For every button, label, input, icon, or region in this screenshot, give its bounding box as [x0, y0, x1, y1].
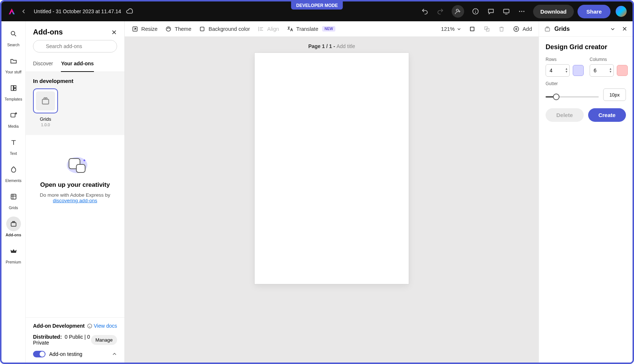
svg-point-12 — [15, 113, 17, 114]
resize-icon — [131, 25, 139, 33]
rail-label: Text — [10, 151, 17, 156]
trash-icon[interactable] — [498, 25, 505, 33]
svg-point-7 — [11, 31, 15, 35]
rail-label: Elements — [6, 178, 22, 183]
addons-title: Add-ons — [33, 28, 63, 36]
resize-button[interactable]: Resize — [131, 25, 157, 33]
more-icon[interactable] — [518, 7, 526, 15]
add-button[interactable]: Add — [513, 25, 532, 33]
svg-rect-23 — [200, 27, 204, 31]
rail-label: Grids — [9, 205, 18, 210]
svg-point-5 — [521, 11, 522, 12]
align-icon — [257, 25, 265, 33]
theme-icon — [165, 25, 172, 33]
rail-item-elements[interactable]: Elements — [1, 162, 25, 183]
avatar[interactable] — [616, 6, 627, 17]
manage-button[interactable]: Manage — [91, 335, 117, 345]
close-icon[interactable] — [622, 26, 627, 32]
slider-thumb[interactable] — [553, 94, 560, 100]
artboard[interactable] — [255, 53, 409, 284]
developer-mode-badge: DEVELOPER MODE — [291, 1, 343, 10]
create-button[interactable]: Create — [588, 108, 626, 122]
delete-button: Delete — [546, 108, 584, 122]
search-addons-input[interactable] — [33, 40, 117, 52]
addon-icon — [36, 91, 55, 110]
stepper-down-icon[interactable]: ▼ — [565, 70, 568, 73]
elements-icon — [6, 162, 21, 177]
text-icon — [6, 135, 21, 150]
chevron-up-icon[interactable] — [112, 352, 117, 357]
svg-point-0 — [456, 9, 458, 11]
zoom-control[interactable]: 121% — [441, 26, 461, 32]
columns-color-swatch[interactable] — [617, 65, 628, 76]
svg-rect-19 — [76, 164, 85, 172]
rail-label: Search — [7, 43, 19, 47]
columns-label: Columns — [590, 57, 628, 62]
addon-tile-grids[interactable]: Grids 1.0.0 — [33, 88, 58, 127]
canvas-toolbar: Resize Theme Background color Align Tran… — [125, 21, 539, 37]
left-rail: Search Your stuff Templates Media Text E… — [1, 21, 26, 363]
help-icon[interactable] — [471, 7, 480, 15]
comments-icon[interactable] — [487, 7, 495, 15]
crown-icon — [6, 244, 21, 258]
gutter-slider[interactable] — [546, 96, 599, 98]
rail-item-premium[interactable]: Premium — [1, 244, 25, 264]
grid-creator-title: Design Grid creator — [546, 43, 626, 51]
document-title[interactable]: Untitled - 31 October 2023 at 11.47.14 — [34, 8, 121, 14]
close-icon[interactable] — [111, 29, 117, 35]
duplicate-icon[interactable] — [483, 25, 491, 33]
addons-icon — [6, 216, 21, 231]
rail-item-search[interactable]: Search — [1, 26, 25, 47]
translate-icon — [287, 25, 294, 33]
undo-icon[interactable] — [421, 7, 429, 15]
tab-your-addons[interactable]: Your add-ons — [61, 56, 94, 72]
theme-button[interactable]: Theme — [165, 25, 191, 33]
rail-item-templates[interactable]: Templates — [1, 81, 25, 101]
redo-icon[interactable] — [436, 7, 444, 15]
rail-item-media[interactable]: Media — [1, 108, 25, 128]
rail-item-your-stuff[interactable]: Your stuff — [1, 54, 25, 74]
addon-testing-toggle[interactable] — [33, 351, 45, 357]
translate-button[interactable]: TranslateNEW — [287, 25, 335, 33]
background-color-button[interactable]: Background color — [198, 25, 250, 33]
layers-icon[interactable] — [469, 25, 476, 33]
grids-panel-title: Grids — [554, 26, 606, 32]
view-docs-link[interactable]: View docs — [94, 323, 117, 329]
share-button[interactable]: Share — [577, 5, 611, 18]
folder-icon — [6, 54, 21, 68]
present-icon[interactable] — [502, 7, 510, 15]
columns-input[interactable]: 6▲▼ — [590, 64, 614, 77]
rail-item-text[interactable]: Text — [1, 135, 25, 156]
rail-item-addons[interactable]: Add-ons — [1, 216, 25, 237]
invite-user-icon[interactable] — [452, 5, 464, 18]
info-icon[interactable] — [87, 323, 92, 329]
page-label[interactable]: Page 1 / 1 - Add title — [308, 43, 355, 49]
rail-label: Premium — [6, 260, 21, 264]
rows-color-swatch[interactable] — [573, 65, 584, 76]
logo[interactable] — [7, 7, 16, 16]
tab-discover[interactable]: Discover — [33, 56, 53, 72]
rows-input[interactable]: 4▲▼ — [546, 64, 570, 77]
download-button[interactable]: Download — [533, 5, 574, 18]
addon-name: Grids — [40, 116, 51, 122]
rail-item-grids[interactable]: Grids — [1, 189, 25, 210]
addon-version: 1.0.0 — [41, 123, 50, 127]
gutter-label: Gutter — [546, 81, 626, 86]
back-icon[interactable] — [21, 9, 26, 14]
in-development-heading: In development — [33, 78, 117, 84]
gutter-value-input[interactable]: 10px — [603, 88, 626, 101]
cloud-sync-icon[interactable] — [126, 8, 134, 15]
bgcolor-icon — [198, 25, 206, 33]
canvas-area[interactable]: Page 1 / 1 - Add title — [125, 37, 539, 363]
discover-addons-link[interactable]: discovering add-ons — [53, 198, 97, 203]
rail-label: Templates — [5, 97, 22, 101]
svg-rect-14 — [11, 223, 16, 226]
addon-dev-heading: Add-on Development — [33, 323, 92, 329]
promo-title: Open up your creativity — [40, 181, 110, 189]
rail-label: Your stuff — [6, 70, 22, 74]
promo-illustration — [62, 150, 88, 175]
stepper-down-icon[interactable]: ▼ — [609, 70, 612, 73]
svg-rect-10 — [14, 88, 16, 91]
svg-rect-25 — [470, 27, 474, 31]
chevron-down-icon[interactable] — [610, 26, 615, 32]
